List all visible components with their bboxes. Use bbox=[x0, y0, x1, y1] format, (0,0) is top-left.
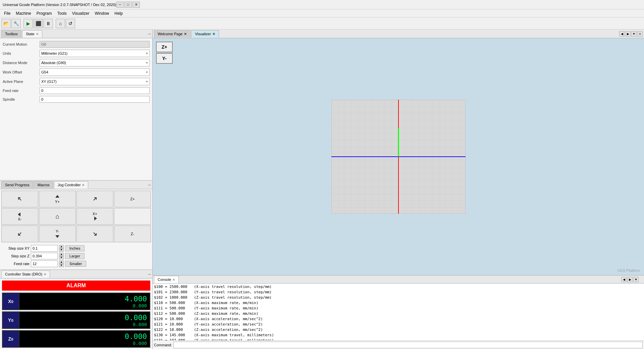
dro-x-sub: 0.000 bbox=[133, 303, 147, 308]
pause-button[interactable]: ⏸ bbox=[44, 19, 53, 28]
settings-button[interactable]: 🔧 bbox=[11, 19, 21, 28]
jog-controller-close[interactable]: ✕ bbox=[82, 183, 85, 187]
jog-z-minus-label: Z- bbox=[131, 232, 134, 236]
step-z-down[interactable]: ▼ bbox=[59, 256, 64, 259]
tab-nav-left[interactable]: ◀ bbox=[619, 31, 625, 37]
console-nav-right[interactable]: ▶ bbox=[627, 277, 633, 282]
overlay-z-plus-button[interactable]: Z+ bbox=[156, 42, 173, 52]
tab-welcome-page[interactable]: Welcome Page ✕ bbox=[154, 30, 191, 38]
units-select[interactable]: Millimeter (G21) Inch (G20) bbox=[40, 50, 150, 57]
jog-x-plus-label: X+ bbox=[93, 212, 97, 216]
menu-visualizer[interactable]: Visualizer bbox=[69, 10, 92, 16]
tab-nav-down[interactable]: ▼ bbox=[631, 31, 637, 37]
open-file-button[interactable]: 📂 bbox=[1, 19, 11, 28]
jog-feedrate-down[interactable]: ▼ bbox=[59, 264, 64, 267]
send-progress-label: Send Progress bbox=[5, 183, 30, 187]
reset-button[interactable]: ↺ bbox=[66, 19, 75, 28]
menu-machine[interactable]: Machine bbox=[13, 10, 34, 16]
jog-y-minus-button[interactable]: Y- bbox=[39, 226, 76, 242]
menu-window[interactable]: Window bbox=[92, 10, 112, 16]
tab-visualizer[interactable]: Visualizer ✕ bbox=[191, 30, 219, 38]
tab-state[interactable]: State ✕ bbox=[22, 30, 42, 38]
command-input[interactable] bbox=[173, 342, 643, 348]
tab-nav-arrows: ◀ ▶ ▼ ≡ bbox=[619, 31, 643, 37]
console-content[interactable]: $100 = 2500.000 (X-axis travel resolutio… bbox=[153, 284, 644, 340]
distance-mode-select[interactable]: Absolute (G90) Incremental (G91) bbox=[40, 59, 150, 66]
step-xy-input[interactable] bbox=[31, 245, 58, 252]
console-line: $101 = 2300.000 (Y-axis travel resolutio… bbox=[154, 290, 643, 295]
larger-button[interactable]: Larger bbox=[65, 253, 85, 259]
visualizer-grid bbox=[331, 100, 466, 214]
console-tab-close[interactable]: ✕ bbox=[172, 278, 175, 282]
stop-button[interactable]: ⬛ bbox=[34, 19, 43, 28]
command-label: Command: bbox=[154, 343, 172, 347]
close-button[interactable]: ✕ bbox=[132, 2, 140, 8]
maximize-button[interactable]: □ bbox=[124, 2, 132, 8]
jog-z-plus-button[interactable]: Z+ bbox=[114, 191, 151, 207]
feedrate-input[interactable] bbox=[40, 87, 150, 94]
jog-feedrate-input[interactable] bbox=[31, 260, 58, 267]
spindle-input[interactable] bbox=[40, 96, 150, 103]
console-line: $100 = 2500.000 (X-axis travel resolutio… bbox=[154, 284, 643, 290]
menu-help[interactable]: Help bbox=[112, 10, 125, 16]
menu-program[interactable]: Program bbox=[34, 10, 55, 16]
menu-file[interactable]: File bbox=[1, 10, 13, 16]
dro-y-label: Y0 bbox=[2, 311, 19, 329]
jog-panel-minimize[interactable]: ─ bbox=[148, 183, 151, 187]
console-nav-down[interactable]: ▼ bbox=[633, 277, 639, 282]
svg-marker-1 bbox=[55, 195, 59, 198]
jog-feedrate-spinner: ▲ ▼ bbox=[59, 260, 64, 267]
tab-console[interactable]: Console ✕ bbox=[154, 276, 179, 283]
dro-panel-minimize[interactable]: ─ bbox=[148, 272, 151, 277]
step-z-input[interactable] bbox=[31, 253, 58, 259]
jog-up-right-button[interactable] bbox=[76, 191, 113, 207]
tab-nav-menu[interactable]: ≡ bbox=[637, 31, 643, 37]
jog-x-minus-button[interactable]: X- bbox=[1, 208, 38, 225]
jog-y-plus-button[interactable]: Y+ bbox=[39, 191, 76, 207]
left-panel-minimize[interactable]: ─ bbox=[148, 32, 151, 36]
current-motion-value: G0 bbox=[40, 41, 150, 48]
overlay-y-minus-button[interactable]: Y- bbox=[156, 53, 173, 64]
jog-x-plus-button[interactable]: X+ bbox=[76, 208, 113, 225]
jog-down-right-button[interactable] bbox=[76, 226, 113, 242]
inches-button[interactable]: Inches bbox=[65, 245, 85, 251]
active-plane-select[interactable]: XY (G17) XZ (G18) YZ (G19) bbox=[40, 78, 150, 85]
step-z-up[interactable]: ▲ bbox=[59, 253, 64, 256]
console-nav-left[interactable]: ◀ bbox=[621, 277, 627, 282]
step-xy-down[interactable]: ▼ bbox=[59, 248, 64, 252]
right-panel: Welcome Page ✕ Visualizer ✕ ◀ ▶ ▼ ≡ Z+ Y… bbox=[153, 30, 644, 349]
tab-dro[interactable]: Controller State (DRO) ✕ bbox=[1, 270, 50, 278]
console-tab-label: Console bbox=[158, 278, 171, 282]
dro-panel: Controller State (DRO) ✕ ─ ALARM X0 4.00… bbox=[0, 269, 152, 349]
tab-jog-controller[interactable]: Jog Controller ✕ bbox=[54, 181, 88, 189]
state-tab-close[interactable]: ✕ bbox=[36, 32, 39, 36]
visualizer-tab-close[interactable]: ✕ bbox=[212, 32, 215, 36]
console-panel: Console ✕ ◀ ▶ ▼ $100 = 2500.000 (X-axis … bbox=[153, 275, 644, 349]
svg-line-2 bbox=[94, 198, 96, 200]
dro-x-label: X0 bbox=[2, 293, 19, 310]
play-button[interactable]: ▶ bbox=[23, 19, 33, 28]
smaller-button[interactable]: Smaller bbox=[65, 261, 86, 267]
units-label: Units bbox=[3, 51, 40, 55]
current-motion-label: Current Motion bbox=[3, 42, 40, 46]
work-offset-select[interactable]: G54 G55 G56 bbox=[40, 68, 150, 76]
tab-send-progress[interactable]: Send Progress bbox=[1, 181, 33, 189]
jog-down-left-button[interactable] bbox=[1, 226, 38, 242]
minimize-button[interactable]: ─ bbox=[116, 2, 124, 8]
tab-toolbox[interactable]: Toolbox bbox=[1, 30, 21, 38]
jog-home-button[interactable]: ⌂ bbox=[39, 208, 76, 225]
step-xy-up[interactable]: ▲ bbox=[59, 245, 64, 248]
menu-tools[interactable]: Tools bbox=[55, 10, 69, 16]
tab-nav-right[interactable]: ▶ bbox=[625, 31, 631, 37]
jog-feedrate-up[interactable]: ▲ bbox=[59, 260, 64, 264]
jog-z-minus-button[interactable]: Z- bbox=[114, 226, 151, 242]
jog-up-left-button[interactable] bbox=[1, 191, 38, 207]
home-button[interactable]: ⌂ bbox=[56, 19, 65, 28]
tab-macros[interactable]: Macros bbox=[34, 181, 53, 189]
feedrate-label: Feed rate bbox=[3, 89, 40, 93]
dro-tab-close[interactable]: ✕ bbox=[44, 272, 46, 276]
toolbox-tab-label: Toolbox bbox=[5, 32, 18, 36]
jog-none-button bbox=[114, 208, 151, 225]
dro-y-axis: Y0 0.000 0.000 bbox=[2, 311, 150, 329]
welcome-tab-close[interactable]: ✕ bbox=[184, 32, 187, 36]
